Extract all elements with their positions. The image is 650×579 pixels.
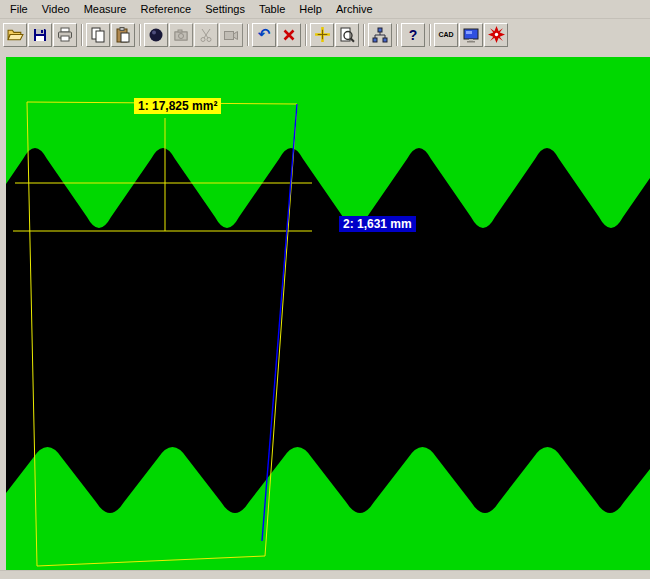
settings-button[interactable] (484, 23, 508, 47)
menu-archive[interactable]: Archive (329, 1, 380, 17)
delete-button[interactable] (277, 23, 301, 47)
cut-frame-button[interactable] (194, 23, 218, 47)
copy-button[interactable] (86, 23, 110, 47)
toolbar-separator (305, 24, 307, 46)
snapshot-button[interactable] (169, 23, 193, 47)
menu-file[interactable]: File (3, 1, 35, 17)
nodes-tree-icon (372, 27, 388, 43)
paste-button[interactable] (111, 23, 135, 47)
magnifier-page-icon (339, 27, 355, 43)
snapshot-camera-icon (173, 27, 189, 43)
live-video-button[interactable] (144, 23, 168, 47)
copy-icon (90, 27, 106, 43)
undo-icon: ↶ (258, 26, 271, 41)
toolbar: ↶ (0, 19, 650, 50)
menu-measure[interactable]: Measure (77, 1, 134, 17)
printer-icon (57, 27, 73, 43)
crosshair-button[interactable] (310, 23, 334, 47)
menu-settings[interactable]: Settings (198, 1, 252, 17)
measurement-viewport[interactable]: 1: 17,825 mm² 2: 1,631 mm (6, 57, 650, 571)
preview-button[interactable] (335, 23, 359, 47)
paste-icon (115, 27, 131, 43)
toolbar-separator (429, 24, 431, 46)
open-folder-icon (7, 26, 24, 43)
toolbar-separator (396, 24, 398, 46)
capture-button[interactable] (219, 23, 243, 47)
monitor-icon (463, 27, 479, 43)
save-floppy-icon (32, 27, 48, 43)
toolbar-separator (81, 24, 83, 46)
menu-table[interactable]: Table (252, 1, 292, 17)
distance-measurement-label[interactable]: 2: 1,631 mm (339, 216, 416, 232)
open-button[interactable] (3, 23, 27, 47)
menu-bar: File Video Measure Reference Settings Ta… (0, 0, 650, 19)
cad-label: CAD (438, 31, 453, 38)
delete-x-icon (281, 27, 297, 43)
help-button[interactable]: ? (401, 23, 425, 47)
nodes-button[interactable] (368, 23, 392, 47)
crosshair-icon (314, 26, 331, 43)
print-button[interactable] (53, 23, 77, 47)
undo-button[interactable]: ↶ (252, 23, 276, 47)
menu-help[interactable]: Help (292, 1, 329, 17)
help-icon: ? (409, 28, 418, 42)
menu-reference[interactable]: Reference (133, 1, 198, 17)
video-canvas[interactable] (6, 57, 650, 571)
area-measurement-label[interactable]: 1: 17,825 mm² (134, 98, 221, 114)
settings-gear-icon (488, 26, 505, 43)
menu-video[interactable]: Video (35, 1, 77, 17)
status-bar (0, 570, 650, 579)
toolbar-separator (247, 24, 249, 46)
save-button[interactable] (28, 23, 52, 47)
toolbar-separator (139, 24, 141, 46)
toolbar-separator (363, 24, 365, 46)
thread-silhouette (6, 148, 650, 513)
video-camera-icon (223, 27, 239, 43)
live-video-icon (148, 27, 164, 43)
monitor-button[interactable] (459, 23, 483, 47)
cad-button[interactable]: CAD (434, 23, 458, 47)
scissors-icon (198, 27, 214, 43)
